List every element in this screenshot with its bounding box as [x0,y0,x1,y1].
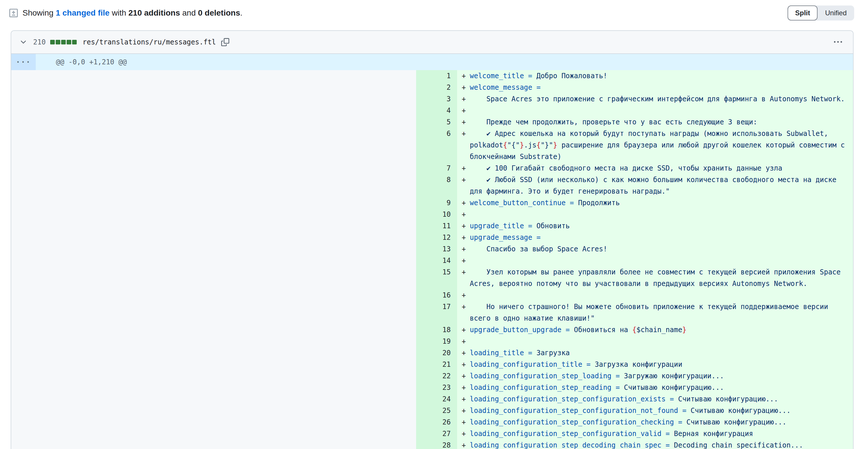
unified-view-button[interactable]: Unified [817,5,854,21]
diff-left-empty-cell [11,209,416,220]
diff-sign: + [457,428,470,440]
line-number[interactable]: 28 [416,440,457,449]
diff-left-empty-cell [11,336,416,347]
line-number[interactable]: 14 [416,255,457,266]
diffstat-addition-block [50,40,55,44]
diff-left-empty-cell [11,359,416,370]
diff-left-empty-cell [11,428,416,440]
diff-line-row: 7+ ✔ 100 Гигабайт свободного места на ди… [11,162,853,174]
line-content: loading_title = Загрузка [470,347,853,359]
diff-line-row: 26+loading_configuration_step_configurat… [11,416,853,428]
diff-sign: + [457,347,470,359]
diff-summary-bar: Showing 1 changed file with 210 addition… [9,5,854,21]
diff-line-row: 16+ [11,290,853,301]
line-content: upgrade_message = [470,232,853,243]
diff-sign: + [457,82,470,93]
line-number[interactable]: 9 [416,197,457,209]
diff-sign: + [457,382,470,393]
line-number[interactable]: 17 [416,301,457,312]
diff-line-row: 2+welcome_message = [11,82,853,93]
line-content: polkadot{"{"}.js{"}"} расширение для бра… [470,139,853,151]
line-number[interactable]: 23 [416,382,457,393]
line-content: loading_configuration_step_configuration… [470,416,853,428]
diff-left-empty-cell [11,405,416,416]
deletions-count-text: 0 deletions [198,8,240,17]
line-content: Узел которым вы ранее управляли более не… [470,266,853,278]
line-number[interactable]: 5 [416,116,457,128]
diff-line-row: 15+ Узел которым вы ранее управляли боле… [11,266,853,278]
line-number[interactable]: 8 [416,174,457,185]
diff-sign: + [457,405,470,416]
file-path: res/translations/ru/messages.ftl [83,38,216,46]
diff-line-row: 9+welcome_button_continue = Продолжить [11,197,853,209]
line-number[interactable]: 19 [416,336,457,347]
line-number[interactable]: 26 [416,416,457,428]
diff-sign: + [457,174,470,185]
diff-left-empty-cell [11,393,416,405]
line-number[interactable]: 7 [416,162,457,174]
line-number[interactable]: 12 [416,232,457,243]
expand-hunk-button[interactable]: ··· [11,54,36,70]
line-content: welcome_title = Добро Пожаловать! [470,70,853,82]
file-header: 210 res/translations/ru/messages.ftl [11,31,853,54]
line-number[interactable]: 10 [416,209,457,220]
file-additions-count: 210 [33,38,45,46]
changed-file-link[interactable]: 1 changed file [56,8,110,17]
line-number[interactable] [416,139,457,151]
additions-count-text: 210 additions [128,8,180,17]
diff-line-row: 27+loading_configuration_step_configurat… [11,428,853,440]
line-number[interactable]: 11 [416,220,457,232]
diff-sign: + [457,324,470,336]
diff-view-toggle: Split Unified [787,5,854,21]
line-number[interactable]: 22 [416,370,457,382]
diffstat-addition-block [56,40,60,44]
line-number[interactable]: 20 [416,347,457,359]
diff-line-row: 12+upgrade_message = [11,232,853,243]
line-number[interactable] [416,151,457,162]
diff-line-row: 24+loading_configuration_step_configurat… [11,393,853,405]
diff-line-row: polkadot{"{"}.js{"}"} расширение для бра… [11,139,853,151]
line-content: welcome_message = [470,82,853,93]
summary-text: Showing 1 changed file with 210 addition… [23,8,243,18]
diff-left-empty-cell [11,174,416,185]
diff-left-empty-cell [11,162,416,174]
line-number[interactable]: 21 [416,359,457,370]
line-number[interactable]: 24 [416,393,457,405]
line-number[interactable]: 16 [416,290,457,301]
diff-sign: + [457,243,470,255]
line-number[interactable]: 4 [416,105,457,116]
copy-path-button[interactable] [221,38,229,46]
diffstat-addition-block [61,40,66,44]
diff-left-empty-cell [11,139,416,151]
diff-sign [457,139,470,151]
line-number[interactable] [416,278,457,290]
line-number[interactable]: 27 [416,428,457,440]
diff-left-empty-cell [11,82,416,93]
line-number[interactable]: 6 [416,128,457,139]
line-number[interactable]: 18 [416,324,457,336]
line-content: ✔ Любой SSD (или несколько) с как можно … [470,174,853,185]
line-content: loading_configuration_step_reading = Счи… [470,382,853,393]
line-number[interactable] [416,312,457,324]
line-number[interactable]: 2 [416,82,457,93]
line-number[interactable]: 3 [416,93,457,105]
diff-sign: + [457,105,470,116]
line-number[interactable] [416,185,457,197]
line-number[interactable]: 13 [416,243,457,255]
diff-sign: + [457,220,470,232]
diff-left-empty-cell [11,185,416,197]
line-number[interactable]: 1 [416,70,457,82]
diffstat-addition-block [72,40,77,44]
split-view-button[interactable]: Split [787,5,817,21]
diff-left-empty-cell [11,312,416,324]
hunk-header-row: ··· @@ -0,0 +1,210 @@ [11,54,853,70]
file-options-button[interactable] [832,36,844,49]
diff-sign: + [457,128,470,139]
line-number[interactable]: 25 [416,405,457,416]
diff-line-row: 23+loading_configuration_step_reading = … [11,382,853,393]
diff-line-row: 8+ ✔ Любой SSD (или несколько) с как мож… [11,174,853,185]
diff-sign: + [457,336,470,347]
summary-with: with [110,8,128,17]
collapse-file-button[interactable] [19,37,28,47]
line-number[interactable]: 15 [416,266,457,278]
